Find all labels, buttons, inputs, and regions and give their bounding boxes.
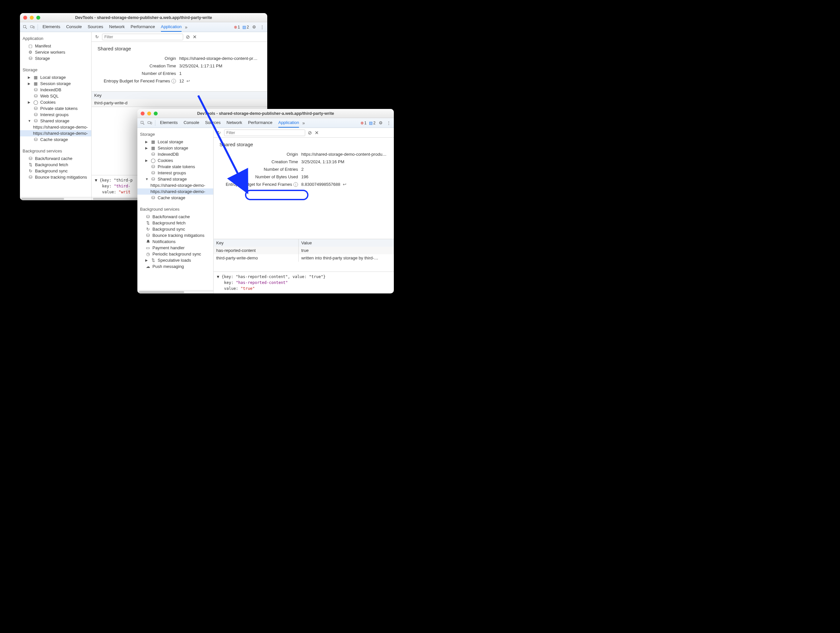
- sidebar-item-shared-storage[interactable]: ▼⛁Shared storage: [20, 118, 91, 124]
- error-count[interactable]: 1: [234, 25, 240, 30]
- more-tabs-icon[interactable]: »: [302, 120, 305, 126]
- sidebar-item-indexeddb[interactable]: ⛁IndexedDB: [137, 151, 213, 157]
- expand-icon[interactable]: ▶: [145, 259, 148, 262]
- close-icon[interactable]: ✕: [193, 34, 197, 40]
- sidebar-item-payment-handler[interactable]: ▭Payment handler: [137, 245, 213, 251]
- inspect-icon[interactable]: [140, 120, 145, 126]
- table-row[interactable]: third-party-write-demo written into thir…: [213, 254, 394, 262]
- sidebar-item-cookies[interactable]: ▶◯Cookies: [20, 99, 91, 105]
- sidebar-item-manifest[interactable]: ▢Manifest: [20, 43, 91, 49]
- tab-network[interactable]: Network: [109, 22, 125, 32]
- traffic-lights[interactable]: [141, 112, 158, 115]
- more-tabs-icon[interactable]: »: [185, 25, 188, 30]
- filter-input[interactable]: [224, 129, 305, 136]
- sidebar-item-push-messaging[interactable]: ☁Push messaging: [137, 264, 213, 270]
- sidebar-item-shared-origin-2[interactable]: https://shared-storage-demo-: [137, 188, 213, 195]
- device-toggle-icon[interactable]: [147, 120, 152, 126]
- maximize-window-icon[interactable]: [154, 112, 158, 115]
- inspect-icon[interactable]: [22, 25, 28, 30]
- sidebar-item-notifications[interactable]: 🔔︎Notifications: [137, 238, 213, 245]
- collapse-icon[interactable]: ▼: [145, 177, 148, 181]
- sidebar-item-bg-fetch[interactable]: ⇅Background fetch: [20, 162, 91, 168]
- sidebar-item-shared-origin-1[interactable]: https://shared-storage-demo-: [20, 124, 91, 130]
- expand-icon[interactable]: ▶: [145, 159, 148, 162]
- settings-icon[interactable]: ⚙: [251, 25, 257, 30]
- sidebar-item-cache-storage[interactable]: ⛁Cache storage: [137, 195, 213, 201]
- sidebar-item-bounce-tracking[interactable]: ⛁Bounce tracking mitigations: [137, 232, 213, 238]
- expand-icon[interactable]: ▶: [145, 140, 148, 144]
- sidebar-item-bfc[interactable]: ⛁Back/forward cache: [20, 155, 91, 162]
- sidebar-item-bg-fetch[interactable]: ⇅Background fetch: [137, 220, 213, 226]
- horizontal-scrollbar[interactable]: [20, 197, 91, 200]
- clear-icon[interactable]: ⊘: [308, 130, 312, 136]
- sidebar-item-shared-origin-2[interactable]: https://shared-storage-demo-: [20, 130, 91, 136]
- sidebar-item-private-state-tokens[interactable]: ⛁Private state tokens: [137, 164, 213, 170]
- application-sidebar[interactable]: Storage ▶▦Local storage ▶▦Session storag…: [137, 128, 213, 294]
- info-icon[interactable]: i: [171, 79, 176, 84]
- application-sidebar[interactable]: Application ▢Manifest ⚙︎Service workers …: [20, 32, 92, 200]
- filter-input[interactable]: [102, 34, 183, 40]
- sidebar-item-private-state-tokens[interactable]: ⛁Private state tokens: [20, 105, 91, 112]
- close-icon[interactable]: ✕: [315, 130, 319, 136]
- sidebar-item-local-storage[interactable]: ▶▦Local storage: [137, 139, 213, 145]
- message-count[interactable]: 2: [242, 25, 249, 30]
- tab-network[interactable]: Network: [227, 118, 242, 128]
- sidebar-item-cache-storage[interactable]: ⛁Cache storage: [20, 136, 91, 143]
- more-menu-icon[interactable]: ⋮: [259, 25, 265, 30]
- tab-console[interactable]: Console: [183, 118, 199, 128]
- sidebar-item-bfc[interactable]: ⛁Back/forward cache: [137, 214, 213, 220]
- tab-application[interactable]: Application: [161, 22, 182, 32]
- close-window-icon[interactable]: [23, 16, 27, 20]
- settings-icon[interactable]: ⚙: [378, 120, 384, 126]
- expand-icon[interactable]: ▶: [28, 100, 31, 104]
- refresh-icon[interactable]: ↻: [216, 130, 221, 136]
- tab-sources[interactable]: Sources: [88, 22, 103, 32]
- sidebar-item-session-storage[interactable]: ▶▦Session storage: [137, 145, 213, 151]
- message-count[interactable]: 2: [369, 121, 376, 125]
- error-count[interactable]: 1: [360, 121, 367, 125]
- expand-icon[interactable]: ▶: [28, 76, 31, 79]
- traffic-lights[interactable]: [23, 16, 40, 20]
- expand-icon[interactable]: ▶: [145, 146, 148, 150]
- expand-icon[interactable]: ▶: [28, 82, 31, 85]
- sidebar-item-service-workers[interactable]: ⚙︎Service workers: [20, 49, 91, 55]
- table-row[interactable]: has-reported-content true: [213, 247, 394, 254]
- sidebar-item-cookies[interactable]: ▶◯Cookies: [137, 157, 213, 164]
- sidebar-item-shared-storage[interactable]: ▼⛁Shared storage: [137, 176, 213, 182]
- device-toggle-icon[interactable]: [30, 25, 35, 30]
- sidebar-item-interest-groups[interactable]: ⛁Interest groups: [20, 112, 91, 118]
- sidebar-item-bg-sync[interactable]: ↻Background sync: [20, 168, 91, 174]
- tab-performance[interactable]: Performance: [131, 22, 155, 32]
- collapse-icon[interactable]: ▼: [28, 119, 31, 123]
- tab-elements[interactable]: Elements: [43, 22, 60, 32]
- titlebar[interactable]: DevTools - shared-storage-demo-publisher…: [20, 13, 267, 22]
- tab-application[interactable]: Application: [278, 118, 299, 128]
- more-menu-icon[interactable]: ⋮: [386, 120, 391, 126]
- minimize-window-icon[interactable]: [30, 16, 34, 20]
- clear-icon[interactable]: ⊘: [186, 34, 190, 40]
- tab-performance[interactable]: Performance: [248, 118, 272, 128]
- sidebar-item-bounce-tracking[interactable]: ⛁Bounce tracking mitigations: [20, 174, 91, 180]
- refresh-icon[interactable]: ↻: [94, 34, 99, 39]
- sidebar-item-bg-sync[interactable]: ↻Background sync: [137, 226, 213, 232]
- sidebar-item-periodic-bg-sync[interactable]: ◷Periodic background sync: [137, 251, 213, 257]
- info-icon[interactable]: i: [294, 182, 298, 187]
- tab-sources[interactable]: Sources: [205, 118, 221, 128]
- sidebar-item-speculative-loads[interactable]: ▶⇅Speculative loads: [137, 257, 213, 264]
- sidebar-item-interest-groups[interactable]: ⛁Interest groups: [137, 170, 213, 176]
- titlebar[interactable]: DevTools - shared-storage-demo-publisher…: [137, 109, 394, 118]
- sidebar-item-session-storage[interactable]: ▶▦Session storage: [20, 81, 91, 87]
- sidebar-item-web-sql[interactable]: ⛁Web SQL: [20, 93, 91, 99]
- sidebar-item-local-storage[interactable]: ▶▦Local storage: [20, 74, 91, 81]
- sidebar-item-indexeddb[interactable]: ⛁IndexedDB: [20, 87, 91, 93]
- maximize-window-icon[interactable]: [36, 16, 40, 20]
- reset-icon[interactable]: ↩: [186, 79, 190, 84]
- tab-console[interactable]: Console: [66, 22, 82, 32]
- horizontal-scrollbar[interactable]: [137, 290, 213, 294]
- sidebar-item-storage[interactable]: ⛁Storage: [20, 55, 91, 62]
- close-window-icon[interactable]: [141, 112, 145, 115]
- tab-elements[interactable]: Elements: [160, 118, 178, 128]
- reset-icon[interactable]: ↩: [343, 182, 346, 187]
- minimize-window-icon[interactable]: [147, 112, 151, 115]
- table-row[interactable]: third-party-write-d: [92, 99, 267, 107]
